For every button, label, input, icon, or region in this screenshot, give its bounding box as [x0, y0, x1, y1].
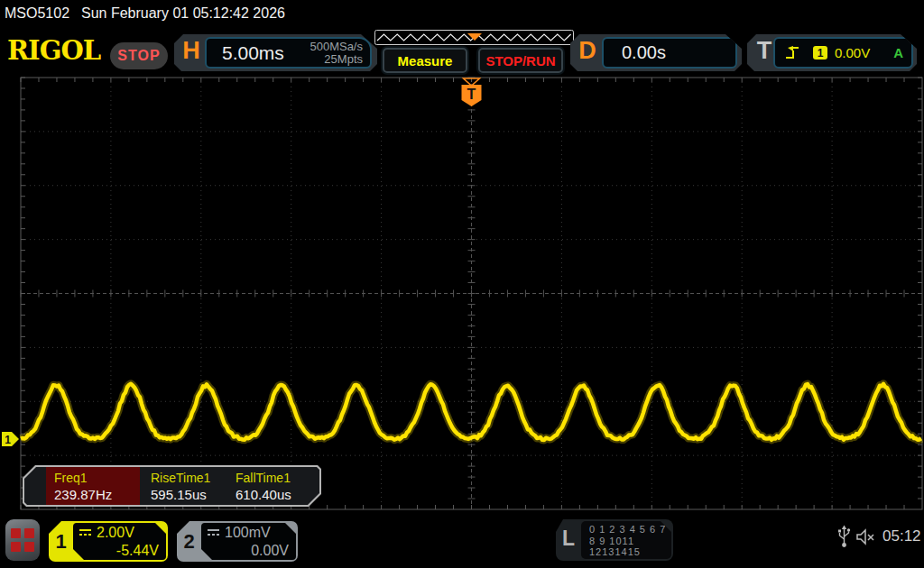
- status-clock: 05:12: [882, 527, 921, 545]
- toolbar: RIGOL STOP H 5.00ms 500MSa/s 25Mpts Meas…: [0, 27, 924, 76]
- waveform-position-preview[interactable]: [374, 30, 574, 45]
- measurement-item-risetime[interactable]: RiseTime1 595.15us: [143, 467, 227, 505]
- oscilloscope-screen: { "titlebar": { "model": "MSO5102", "dat…: [0, 0, 924, 568]
- scope-display: T1 Freq1 239.87Hz RiseTime1 595.15us Fal…: [0, 76, 924, 510]
- logic-row-1: 0 1 2 3 4 5 6 7: [589, 524, 671, 535]
- channel-1-scale: 2.00V: [97, 524, 134, 542]
- timebase-box[interactable]: 5.00ms 500MSa/s 25Mpts: [205, 37, 372, 69]
- horizontal-label: H: [180, 37, 203, 65]
- model-name: MSO5102: [5, 5, 69, 22]
- delay-label: D: [576, 37, 599, 65]
- measure-button[interactable]: Measure: [383, 48, 467, 73]
- preview-zigzag: [374, 30, 574, 45]
- trigger-level-value: 0.00V: [835, 45, 870, 60]
- sample-rate: 500MSa/s: [310, 40, 363, 53]
- channel-1-number: 1: [49, 521, 73, 562]
- channel-1-widget[interactable]: 1 2.00V -5.44V: [49, 521, 168, 562]
- titlebar: MSO5102 Sun February 01 05:12:42 2026: [0, 0, 924, 27]
- rising-edge-trigger-icon: [785, 45, 801, 60]
- logic-label: L: [562, 527, 575, 551]
- channel-2-offset: 0.00V: [207, 542, 289, 560]
- measurement-popup: Freq1 239.87Hz RiseTime1 595.15us FallTi…: [23, 465, 321, 507]
- mute-speaker-icon: [855, 528, 877, 545]
- trigger-settings-button[interactable]: T 1 0.00V A: [747, 34, 917, 71]
- measurement-item-falltime[interactable]: FallTime1 610.40us: [227, 467, 318, 505]
- channel-2-number: 2: [177, 521, 201, 562]
- delay-value: 0.00s: [604, 42, 666, 63]
- rigol-logo: RIGOL: [7, 35, 100, 66]
- channel-2-widget[interactable]: 2 100mV 0.00V: [177, 521, 298, 562]
- stop-run-button[interactable]: STOP/RUN: [478, 48, 563, 73]
- dc-coupling-icon: [207, 528, 220, 537]
- logic-channels-widget[interactable]: L 0 1 2 3 4 5 6 7 8 9 1011 12131415: [556, 519, 673, 561]
- trigger-source-badge: 1: [813, 46, 827, 60]
- channel-1-offset: -5.44V: [79, 542, 159, 560]
- delay-settings-button[interactable]: D 0.00s: [570, 34, 742, 71]
- memory-depth: 25Mpts: [324, 52, 363, 66]
- trigger-mode-auto: A: [893, 45, 903, 60]
- logic-row-2: 8 9 1011 12131415: [589, 536, 671, 557]
- dc-coupling-icon: [79, 528, 92, 537]
- svg-text:T: T: [467, 87, 476, 102]
- usb-icon: [837, 525, 851, 548]
- channel-2-scale: 100mV: [225, 524, 271, 542]
- delay-box[interactable]: 0.00s: [602, 37, 737, 69]
- waveform-grid[interactable]: T1: [0, 76, 924, 510]
- run-state-indicator: STOP: [110, 42, 168, 69]
- menu-button[interactable]: [5, 519, 40, 561]
- timebase-value: 5.00ms: [207, 42, 284, 64]
- svg-text:1: 1: [5, 434, 11, 446]
- menu-grid-icon: [11, 528, 21, 538]
- bottombar: 1 2.00V -5.44V 2: [0, 510, 924, 568]
- measurement-item-freq[interactable]: Freq1 239.87Hz: [46, 467, 140, 505]
- horizontal-settings-button[interactable]: H 5.00ms 500MSa/s 25Mpts: [174, 34, 377, 71]
- trigger-box[interactable]: 1 0.00V A: [773, 37, 913, 69]
- system-datetime: Sun February 01 05:12:42 2026: [81, 5, 285, 22]
